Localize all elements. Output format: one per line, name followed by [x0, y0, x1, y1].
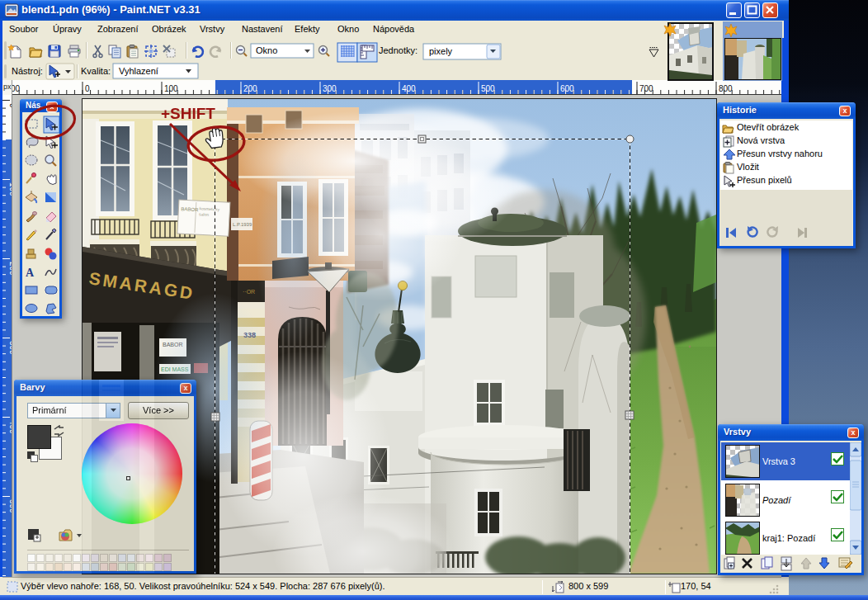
- svg-text:Okno: Okno: [256, 45, 277, 55]
- svg-text:600: 600: [560, 84, 574, 93]
- svg-text:L.P.1939: L.P.1939: [233, 222, 252, 227]
- svg-text:pixely: pixely: [429, 46, 453, 56]
- svg-text:··OR: ··OR: [243, 289, 255, 295]
- svg-text:Vyhlazení: Vyhlazení: [119, 66, 158, 76]
- svg-text:300: 300: [323, 84, 337, 93]
- svg-text:Jednotky:: Jednotky:: [379, 45, 417, 55]
- svg-text:700: 700: [639, 84, 653, 93]
- svg-text:500: 500: [481, 84, 495, 93]
- svg-text:200: 200: [243, 84, 257, 93]
- svg-text:800: 800: [719, 84, 733, 93]
- svg-text:0: 0: [85, 84, 90, 93]
- svg-text:100: 100: [164, 84, 178, 93]
- svg-text:400: 400: [402, 84, 416, 93]
- svg-text:BABOR: BABOR: [181, 206, 199, 212]
- svg-text:salon: salon: [199, 211, 209, 217]
- svg-text:A: A: [26, 267, 35, 279]
